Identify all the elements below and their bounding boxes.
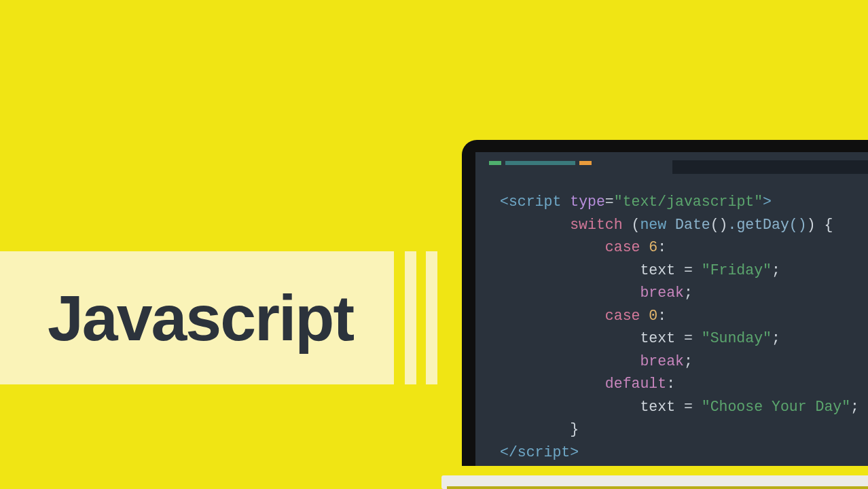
title-banner: Javascript (0, 251, 394, 384)
code-token: "Choose Your Day" (702, 399, 850, 415)
code-token: 0 (649, 308, 657, 324)
laptop-illustration: <script type="text/javascript"> switch (… (462, 140, 868, 489)
code-token: switch (570, 217, 622, 233)
code-token: </script (500, 444, 570, 460)
code-token: 6 (649, 239, 657, 255)
code-token: case (605, 308, 640, 324)
code-token: <script (500, 194, 561, 210)
code-token: = (675, 330, 702, 346)
code-token: break (640, 353, 684, 369)
page-title: Javascript (48, 281, 353, 355)
code-token: : (666, 376, 675, 392)
code-token: = (675, 399, 702, 415)
code-token: text (640, 262, 675, 278)
code-token: type (570, 194, 605, 210)
laptop-screen: <script type="text/javascript"> switch (… (475, 152, 868, 466)
code-token: break (640, 285, 684, 301)
code-token: new (640, 217, 666, 233)
code-token: .getDay() (728, 217, 807, 233)
code-token: "Friday" (702, 262, 772, 278)
tab-indicator-green (489, 161, 501, 165)
code-token: text (640, 330, 675, 346)
code-token: ( (632, 217, 640, 233)
code-token: : (657, 239, 666, 255)
tab-indicator-teal (505, 161, 575, 165)
code-token: ) (807, 217, 825, 233)
code-token: ; (772, 330, 780, 346)
decorative-stripe (426, 251, 437, 384)
tab-indicator-orange (579, 161, 592, 165)
code-token: > (763, 194, 772, 210)
code-token: : (657, 308, 666, 324)
decorative-stripe (405, 251, 416, 384)
code-token: ; (772, 262, 780, 278)
code-token: "Sunday" (702, 330, 772, 346)
code-token: ; (850, 399, 859, 415)
laptop-shadow (447, 486, 868, 489)
code-editor: <script type="text/javascript"> switch (… (475, 174, 868, 471)
code-token: ; (684, 285, 693, 301)
code-token: = (675, 262, 702, 278)
code-token: Date (675, 217, 710, 233)
code-token: > (570, 444, 579, 460)
code-token: } (570, 421, 579, 437)
code-token: = (605, 194, 614, 210)
code-token: default (605, 376, 666, 392)
code-token: "text/javascript" (614, 194, 763, 210)
code-token: text (640, 399, 675, 415)
code-token: ; (684, 353, 693, 369)
code-token: case (605, 239, 640, 255)
code-token: { (824, 217, 833, 233)
editor-tab-strip (672, 160, 868, 174)
laptop-bezel: <script type="text/javascript"> switch (… (462, 140, 868, 466)
